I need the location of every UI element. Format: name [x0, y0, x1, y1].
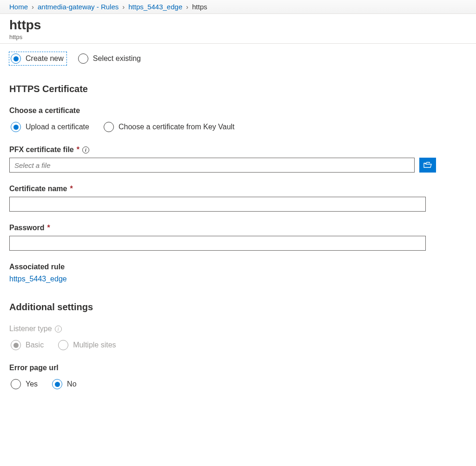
listener-type-radio-group: Basic Multiple sites: [9, 339, 467, 352]
required-indicator: *: [70, 185, 73, 193]
mode-radio-group: Create new Select existing: [9, 52, 467, 65]
info-icon[interactable]: i: [82, 146, 89, 153]
cert-source-radio-group: Upload a certificate Choose a certificat…: [9, 120, 467, 133]
page-title: https: [9, 18, 467, 33]
breadcrumb-https-5443-edge[interactable]: https_5443_edge: [128, 3, 182, 11]
folder-icon: [423, 162, 432, 168]
chevron-right-icon: ›: [32, 3, 34, 11]
radio-label: Yes: [26, 380, 38, 388]
radio-create-new[interactable]: Create new: [9, 52, 66, 65]
associated-rule-link[interactable]: https_5443_edge: [9, 275, 67, 283]
section-https-certificate: HTTPS Certificate: [9, 84, 467, 94]
error-page-radio-group: Yes No: [9, 378, 467, 391]
radio-error-yes[interactable]: Yes: [9, 378, 40, 391]
radio-select-existing[interactable]: Select existing: [77, 52, 144, 65]
breadcrumb: Home › antmedia-gateway - Rules › https_…: [0, 0, 476, 14]
associated-rule-label: Associated rule: [9, 263, 467, 271]
radio-label: Multiple sites: [73, 341, 116, 349]
password-input[interactable]: [9, 236, 426, 251]
password-label: Password *: [9, 224, 467, 232]
radio-icon: [52, 379, 62, 389]
error-page-url-label: Error page url: [9, 364, 467, 372]
radio-label: Choose a certificate from Key Vault: [119, 123, 235, 131]
listener-type-label: Listener type i: [9, 325, 467, 333]
choose-certificate-label: Choose a certificate: [9, 107, 467, 115]
page-header: https https: [0, 14, 476, 44]
required-indicator: *: [77, 146, 79, 154]
required-indicator: *: [47, 224, 50, 232]
chevron-right-icon: ›: [186, 3, 188, 11]
radio-listener-multiple: Multiple sites: [57, 339, 119, 352]
radio-icon: [11, 122, 21, 132]
pfx-file-label: PFX certificate file * i: [9, 146, 467, 154]
radio-error-no[interactable]: No: [51, 378, 79, 391]
breadcrumb-home[interactable]: Home: [9, 3, 28, 11]
radio-label: No: [67, 380, 76, 388]
radio-keyvault-certificate[interactable]: Choose a certificate from Key Vault: [102, 120, 238, 133]
breadcrumb-gateway-rules[interactable]: antmedia-gateway - Rules: [38, 3, 119, 11]
info-icon[interactable]: i: [55, 326, 62, 333]
page-subtitle: https: [9, 33, 467, 40]
radio-label: Select existing: [93, 54, 141, 63]
radio-icon: [78, 53, 88, 64]
cert-name-input[interactable]: [9, 197, 426, 212]
radio-icon: [104, 122, 114, 132]
chevron-right-icon: ›: [122, 3, 125, 11]
radio-icon: [11, 379, 21, 389]
radio-label: Basic: [26, 341, 44, 349]
radio-label: Create new: [26, 54, 64, 63]
cert-name-label: Certificate name *: [9, 185, 467, 193]
radio-icon: [11, 53, 21, 64]
radio-listener-basic: Basic: [9, 339, 46, 352]
radio-icon: [58, 340, 68, 350]
radio-label: Upload a certificate: [26, 123, 89, 131]
breadcrumb-current: https: [192, 3, 207, 11]
pfx-file-input[interactable]: [9, 158, 415, 173]
radio-icon: [11, 340, 21, 350]
browse-file-button[interactable]: [419, 158, 436, 173]
section-additional-settings: Additional settings: [9, 302, 467, 313]
radio-upload-certificate[interactable]: Upload a certificate: [9, 120, 92, 133]
